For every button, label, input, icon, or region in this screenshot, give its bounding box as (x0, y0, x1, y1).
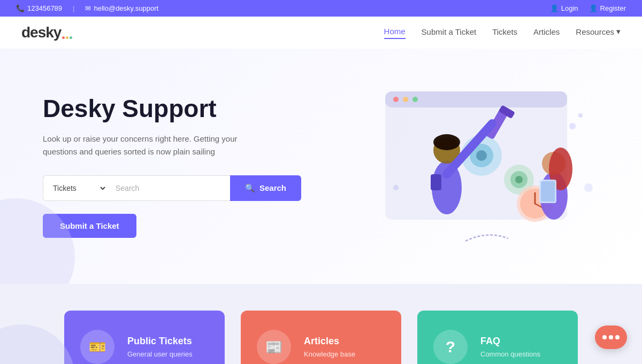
svg-point-27 (569, 123, 576, 129)
hero-illustration (342, 81, 599, 252)
nav-submit-ticket[interactable]: Submit a Ticket (422, 27, 477, 38)
faq-icon-circle: ? (433, 330, 468, 364)
card-articles-text: Articles Knowledge base (304, 336, 355, 358)
topbar-right: 👤 Login 👤 Register (550, 4, 626, 12)
chat-dot-3 (615, 335, 620, 339)
card-articles[interactable]: 📰 Articles Knowledge base (241, 311, 401, 364)
logo-dots (62, 36, 72, 39)
svg-point-29 (393, 185, 399, 190)
svg-point-30 (584, 183, 593, 192)
illustration-svg (342, 81, 599, 252)
nav-tickets[interactable]: Tickets (492, 27, 517, 38)
card-public-tickets-title: Public Tickets (127, 336, 192, 347)
register-user-icon: 👤 (589, 4, 598, 12)
svg-point-4 (412, 97, 418, 102)
main-nav: Home Submit a Ticket Tickets Articles Re… (384, 27, 621, 39)
card-articles-subtitle: Knowledge base (304, 350, 355, 358)
chat-dot-2 (609, 335, 613, 339)
card-public-tickets-text: Public Tickets General user queries (127, 336, 192, 358)
svg-point-7 (476, 150, 487, 161)
header: desky Home Submit a Ticket Tickets Artic… (0, 17, 642, 49)
register-link[interactable]: 👤 Register (589, 4, 626, 12)
search-row: Tickets Articles FAQ 🔍 Search (43, 175, 301, 201)
card-public-tickets[interactable]: 🎫 Public Tickets General user queries (64, 311, 225, 364)
svg-point-28 (578, 113, 583, 118)
svg-point-3 (403, 97, 408, 102)
cards-section: 🎫 Public Tickets General user queries 📰 … (0, 284, 642, 364)
search-input[interactable] (107, 175, 230, 201)
hero-subtitle: Look up or raise your concerns right her… (43, 133, 257, 158)
svg-rect-21 (431, 174, 441, 190)
articles-icon-circle: 📰 (257, 330, 291, 364)
login-user-icon: 👤 (550, 4, 559, 12)
card-faq[interactable]: ? FAQ Common questions (417, 311, 578, 364)
card-articles-title: Articles (304, 336, 355, 347)
card-faq-title: FAQ (480, 336, 540, 347)
tickets-icon: 🎫 (89, 339, 106, 355)
topbar-left: 📞 123456789 | ✉ hello@desky.support (16, 4, 158, 12)
logo: desky (21, 24, 72, 41)
topbar-phone[interactable]: 📞 123456789 (16, 4, 62, 12)
svg-point-10 (515, 176, 523, 183)
phone-icon: 📞 (16, 4, 25, 12)
chat-bubble[interactable] (595, 326, 627, 349)
topbar-divider: | (73, 4, 74, 12)
card-public-tickets-subtitle: General user queries (127, 350, 192, 358)
hero-title: Desky Support (43, 95, 301, 123)
nav-resources[interactable]: Resources ▾ (576, 27, 621, 38)
search-button[interactable]: 🔍 Search (230, 175, 301, 201)
nav-articles[interactable]: Articles (533, 27, 560, 38)
hero-section: Desky Support Look up or raise your conc… (0, 49, 642, 284)
mail-icon: ✉ (85, 4, 91, 12)
svg-rect-26 (541, 181, 555, 202)
logo-text: desky (21, 24, 61, 41)
search-category-select[interactable]: Tickets Articles FAQ (43, 175, 107, 201)
chat-dot-1 (602, 335, 607, 339)
card-faq-text: FAQ Common questions (480, 336, 540, 358)
svg-point-2 (393, 97, 399, 102)
faq-icon: ? (446, 338, 455, 356)
chevron-down-icon: ▾ (616, 27, 621, 36)
svg-point-19 (433, 134, 460, 150)
hero-left: Desky Support Look up or raise your conc… (43, 95, 301, 238)
card-faq-subtitle: Common questions (480, 350, 540, 358)
search-icon: 🔍 (245, 183, 255, 193)
nav-home[interactable]: Home (384, 27, 406, 39)
public-tickets-icon-circle: 🎫 (80, 330, 114, 364)
articles-icon: 📰 (265, 339, 282, 355)
topbar: 📞 123456789 | ✉ hello@desky.support 👤 Lo… (0, 0, 642, 17)
login-link[interactable]: 👤 Login (550, 4, 578, 12)
topbar-email[interactable]: ✉ hello@desky.support (85, 4, 158, 12)
